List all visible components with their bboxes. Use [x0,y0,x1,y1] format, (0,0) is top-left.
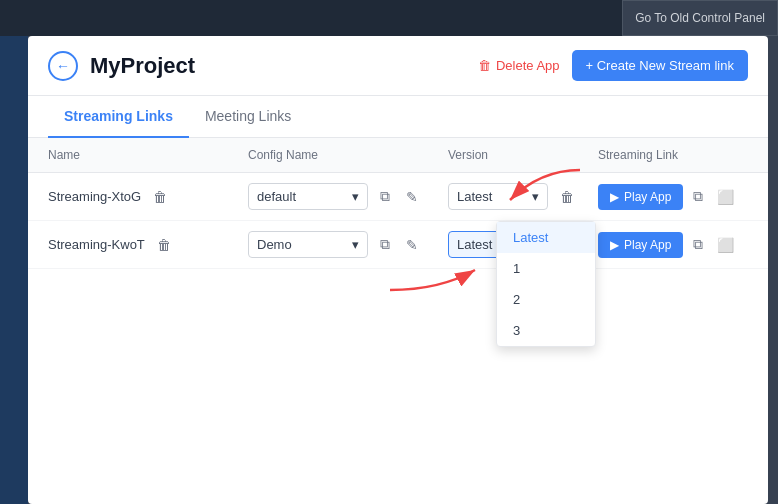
tab-streaming-links[interactable]: Streaming Links [48,96,189,138]
row2-version-value: Latest [457,237,492,252]
table-row: Streaming-KwoT 🗑 Demo ▾ ⧉ ✎ Latest ▾ 🗑 [28,221,768,269]
row2-link-copy-button[interactable]: ⧉ [689,234,707,255]
go-to-old-button[interactable]: Go To Old Control Panel [622,0,778,36]
col-config: Config Name [248,148,448,162]
row1-play-label: Play App [624,190,671,204]
row1-delete-button[interactable]: 🗑 [149,187,171,207]
header-left: ← MyProject [48,51,195,81]
dropdown-option-3[interactable]: 3 [497,315,595,346]
col-name: Name [48,148,248,162]
dropdown-option-2[interactable]: 2 [497,284,595,315]
row2-name: Streaming-KwoT [48,237,145,252]
main-modal: ← MyProject 🗑 Delete App + Create New St… [28,36,768,504]
row2-config-value: Demo [257,237,292,252]
row1-config-cell: default ▾ ⧉ ✎ [248,183,448,210]
row2-play-label: Play App [624,238,671,252]
row1-streaming-link-cell: ▶ Play App ⧉ ⬜ [598,184,748,210]
row1-version-value: Latest [457,189,492,204]
row1-config-edit-button[interactable]: ✎ [402,187,422,207]
row1-config-copy-button[interactable]: ⧉ [376,186,394,207]
row1-link-copy-button[interactable]: ⧉ [689,186,707,207]
row2-monitor-button[interactable]: ⬜ [713,235,738,255]
row2-name-cell: Streaming-KwoT 🗑 [48,235,248,255]
table-container: Name Config Name Version Streaming Link … [28,138,768,269]
row1-version-cell: Latest ▾ 🗑 [448,183,598,210]
modal-header: ← MyProject 🗑 Delete App + Create New St… [28,36,768,96]
row1-name: Streaming-XtoG [48,189,141,204]
dropdown-option-latest[interactable]: Latest [497,222,595,253]
row1-config-chevron: ▾ [352,189,359,204]
dropdown-option-1[interactable]: 1 [497,253,595,284]
row1-version-chevron: ▾ [532,189,539,204]
header-right: 🗑 Delete App + Create New Stream link [478,50,748,81]
col-streaming-link: Streaming Link [598,148,748,162]
row1-name-cell: Streaming-XtoG 🗑 [48,187,248,207]
back-arrow-icon: ← [56,58,70,74]
create-stream-button[interactable]: + Create New Stream link [572,50,748,81]
row1-version-dropdown[interactable]: Latest ▾ [448,183,548,210]
table-header: Name Config Name Version Streaming Link [28,138,768,173]
delete-icon: 🗑 [478,58,491,73]
project-title: MyProject [90,53,195,79]
tabs-bar: Streaming Links Meeting Links [28,96,768,138]
row1-config-value: default [257,189,296,204]
tab-meeting-links[interactable]: Meeting Links [189,96,307,138]
row2-play-button[interactable]: ▶ Play App [598,232,683,258]
row1-play-button[interactable]: ▶ Play App [598,184,683,210]
row2-config-copy-button[interactable]: ⧉ [376,234,394,255]
row2-config-chevron: ▾ [352,237,359,252]
row1-config-dropdown[interactable]: default ▾ [248,183,368,210]
row2-play-icon: ▶ [610,238,619,252]
row1-monitor-button[interactable]: ⬜ [713,187,738,207]
top-bar: Go To Old Control Panel [0,0,778,36]
row2-delete-button[interactable]: 🗑 [153,235,175,255]
row2-streaming-link-cell: ▶ Play App ⧉ ⬜ [598,232,748,258]
delete-label: Delete App [496,58,560,73]
col-version: Version [448,148,598,162]
row1-play-icon: ▶ [610,190,619,204]
row2-config-edit-button[interactable]: ✎ [402,235,422,255]
row2-config-dropdown[interactable]: Demo ▾ [248,231,368,258]
delete-app-button[interactable]: 🗑 Delete App [478,58,560,73]
version-dropdown-menu: Latest 1 2 3 [496,221,596,347]
table-row: Streaming-XtoG 🗑 default ▾ ⧉ ✎ Latest ▾ … [28,173,768,221]
row1-version-delete-button[interactable]: 🗑 [556,187,578,207]
create-label: + Create New Stream link [586,58,734,73]
sidebar [0,36,28,504]
back-button[interactable]: ← [48,51,78,81]
row2-config-cell: Demo ▾ ⧉ ✎ [248,231,448,258]
